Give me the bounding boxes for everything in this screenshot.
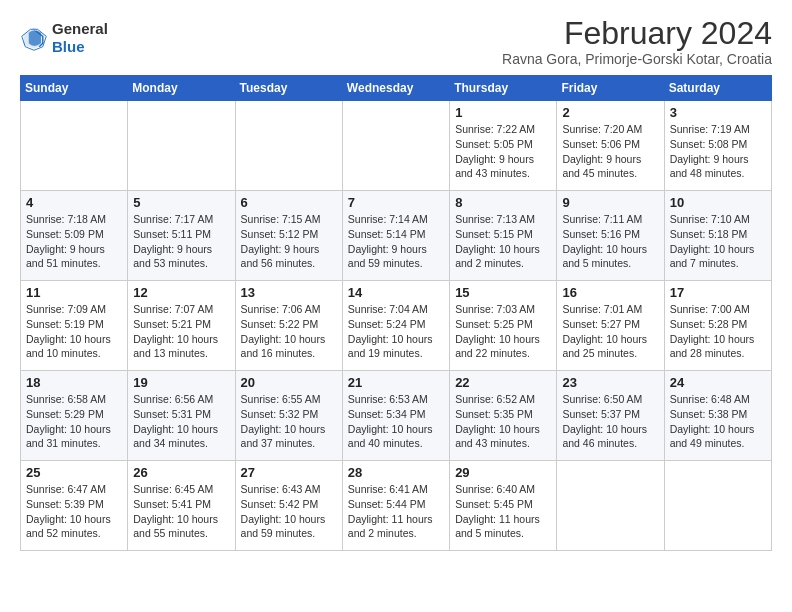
day-info: Sunrise: 6:55 AMSunset: 5:32 PMDaylight:… [241,392,337,451]
calendar-cell: 28Sunrise: 6:41 AMSunset: 5:44 PMDayligh… [342,461,449,551]
day-info: Sunrise: 6:47 AMSunset: 5:39 PMDaylight:… [26,482,122,541]
col-header-saturday: Saturday [664,76,771,101]
day-info: Sunrise: 6:53 AMSunset: 5:34 PMDaylight:… [348,392,444,451]
calendar-cell: 25Sunrise: 6:47 AMSunset: 5:39 PMDayligh… [21,461,128,551]
calendar-cell: 29Sunrise: 6:40 AMSunset: 5:45 PMDayligh… [450,461,557,551]
logo-blue: Blue [52,38,108,56]
day-number: 22 [455,375,551,390]
day-info: Sunrise: 7:06 AMSunset: 5:22 PMDaylight:… [241,302,337,361]
logo: General Blue [20,20,108,56]
day-info: Sunrise: 7:10 AMSunset: 5:18 PMDaylight:… [670,212,766,271]
calendar-cell: 16Sunrise: 7:01 AMSunset: 5:27 PMDayligh… [557,281,664,371]
calendar-cell [235,101,342,191]
calendar-cell [342,101,449,191]
calendar-cell: 18Sunrise: 6:58 AMSunset: 5:29 PMDayligh… [21,371,128,461]
day-number: 10 [670,195,766,210]
calendar-cell: 26Sunrise: 6:45 AMSunset: 5:41 PMDayligh… [128,461,235,551]
day-info: Sunrise: 7:01 AMSunset: 5:27 PMDaylight:… [562,302,658,361]
calendar-cell: 12Sunrise: 7:07 AMSunset: 5:21 PMDayligh… [128,281,235,371]
day-info: Sunrise: 6:45 AMSunset: 5:41 PMDaylight:… [133,482,229,541]
day-number: 24 [670,375,766,390]
col-header-friday: Friday [557,76,664,101]
day-info: Sunrise: 7:17 AMSunset: 5:11 PMDaylight:… [133,212,229,271]
calendar-cell: 8Sunrise: 7:13 AMSunset: 5:15 PMDaylight… [450,191,557,281]
day-number: 14 [348,285,444,300]
day-info: Sunrise: 6:48 AMSunset: 5:38 PMDaylight:… [670,392,766,451]
calendar-cell: 15Sunrise: 7:03 AMSunset: 5:25 PMDayligh… [450,281,557,371]
calendar-cell: 10Sunrise: 7:10 AMSunset: 5:18 PMDayligh… [664,191,771,281]
day-info: Sunrise: 6:56 AMSunset: 5:31 PMDaylight:… [133,392,229,451]
day-info: Sunrise: 7:15 AMSunset: 5:12 PMDaylight:… [241,212,337,271]
day-number: 1 [455,105,551,120]
day-info: Sunrise: 7:20 AMSunset: 5:06 PMDaylight:… [562,122,658,181]
calendar-cell: 13Sunrise: 7:06 AMSunset: 5:22 PMDayligh… [235,281,342,371]
day-info: Sunrise: 7:18 AMSunset: 5:09 PMDaylight:… [26,212,122,271]
day-number: 18 [26,375,122,390]
day-info: Sunrise: 7:14 AMSunset: 5:14 PMDaylight:… [348,212,444,271]
day-number: 3 [670,105,766,120]
logo-text: General Blue [52,20,108,56]
calendar-cell: 7Sunrise: 7:14 AMSunset: 5:14 PMDaylight… [342,191,449,281]
day-info: Sunrise: 6:58 AMSunset: 5:29 PMDaylight:… [26,392,122,451]
day-number: 27 [241,465,337,480]
col-header-sunday: Sunday [21,76,128,101]
col-header-wednesday: Wednesday [342,76,449,101]
day-info: Sunrise: 7:09 AMSunset: 5:19 PMDaylight:… [26,302,122,361]
day-number: 13 [241,285,337,300]
calendar-header: SundayMondayTuesdayWednesdayThursdayFrid… [21,76,772,101]
day-info: Sunrise: 6:40 AMSunset: 5:45 PMDaylight:… [455,482,551,541]
col-header-tuesday: Tuesday [235,76,342,101]
day-number: 12 [133,285,229,300]
logo-icon [20,24,48,52]
calendar-cell [128,101,235,191]
day-number: 21 [348,375,444,390]
calendar-cell: 22Sunrise: 6:52 AMSunset: 5:35 PMDayligh… [450,371,557,461]
day-number: 29 [455,465,551,480]
day-info: Sunrise: 7:11 AMSunset: 5:16 PMDaylight:… [562,212,658,271]
calendar-cell [557,461,664,551]
day-number: 2 [562,105,658,120]
week-row: 1Sunrise: 7:22 AMSunset: 5:05 PMDaylight… [21,101,772,191]
calendar-cell: 20Sunrise: 6:55 AMSunset: 5:32 PMDayligh… [235,371,342,461]
subtitle: Ravna Gora, Primorje-Gorski Kotar, Croat… [502,51,772,67]
day-info: Sunrise: 6:52 AMSunset: 5:35 PMDaylight:… [455,392,551,451]
day-number: 15 [455,285,551,300]
week-row: 25Sunrise: 6:47 AMSunset: 5:39 PMDayligh… [21,461,772,551]
calendar-cell: 11Sunrise: 7:09 AMSunset: 5:19 PMDayligh… [21,281,128,371]
day-number: 20 [241,375,337,390]
col-header-monday: Monday [128,76,235,101]
day-number: 17 [670,285,766,300]
day-number: 11 [26,285,122,300]
title-block: February 2024 Ravna Gora, Primorje-Gorsk… [502,16,772,67]
calendar-table: SundayMondayTuesdayWednesdayThursdayFrid… [20,75,772,551]
day-number: 28 [348,465,444,480]
calendar-cell: 4Sunrise: 7:18 AMSunset: 5:09 PMDaylight… [21,191,128,281]
week-row: 4Sunrise: 7:18 AMSunset: 5:09 PMDaylight… [21,191,772,281]
calendar-body: 1Sunrise: 7:22 AMSunset: 5:05 PMDaylight… [21,101,772,551]
week-row: 11Sunrise: 7:09 AMSunset: 5:19 PMDayligh… [21,281,772,371]
calendar-cell: 9Sunrise: 7:11 AMSunset: 5:16 PMDaylight… [557,191,664,281]
day-info: Sunrise: 6:41 AMSunset: 5:44 PMDaylight:… [348,482,444,541]
calendar-cell [21,101,128,191]
day-number: 8 [455,195,551,210]
day-info: Sunrise: 7:13 AMSunset: 5:15 PMDaylight:… [455,212,551,271]
day-number: 7 [348,195,444,210]
day-number: 4 [26,195,122,210]
day-number: 5 [133,195,229,210]
day-number: 26 [133,465,229,480]
calendar-cell: 21Sunrise: 6:53 AMSunset: 5:34 PMDayligh… [342,371,449,461]
calendar-cell: 3Sunrise: 7:19 AMSunset: 5:08 PMDaylight… [664,101,771,191]
day-info: Sunrise: 7:00 AMSunset: 5:28 PMDaylight:… [670,302,766,361]
calendar-cell: 5Sunrise: 7:17 AMSunset: 5:11 PMDaylight… [128,191,235,281]
day-info: Sunrise: 7:19 AMSunset: 5:08 PMDaylight:… [670,122,766,181]
calendar-cell [664,461,771,551]
calendar-cell: 6Sunrise: 7:15 AMSunset: 5:12 PMDaylight… [235,191,342,281]
page-header: General Blue February 2024 Ravna Gora, P… [20,16,772,67]
calendar-cell: 23Sunrise: 6:50 AMSunset: 5:37 PMDayligh… [557,371,664,461]
header-row: SundayMondayTuesdayWednesdayThursdayFrid… [21,76,772,101]
day-info: Sunrise: 6:50 AMSunset: 5:37 PMDaylight:… [562,392,658,451]
main-title: February 2024 [502,16,772,51]
day-info: Sunrise: 7:22 AMSunset: 5:05 PMDaylight:… [455,122,551,181]
col-header-thursday: Thursday [450,76,557,101]
calendar-cell: 2Sunrise: 7:20 AMSunset: 5:06 PMDaylight… [557,101,664,191]
